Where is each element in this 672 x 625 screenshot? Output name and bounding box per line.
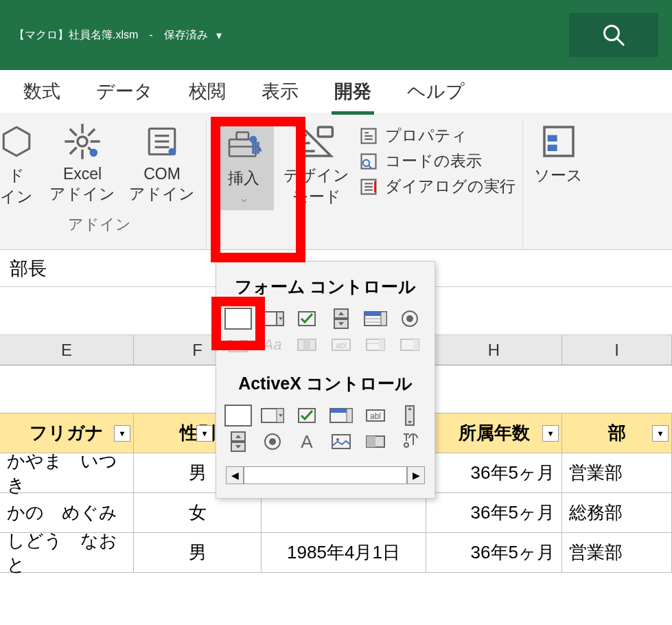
activex-more-control[interactable] [396,431,424,453]
ruler-triangle-icon [297,122,336,161]
tab-formulas[interactable]: 数式 [21,69,63,113]
filter-button[interactable]: ▾ [652,425,669,442]
form-groupbox-control[interactable] [224,334,252,356]
form-option-control[interactable] [396,308,424,330]
activex-combobox-control[interactable] [259,405,286,427]
svg-rect-41 [364,312,381,316]
svg-point-0 [605,26,619,41]
activex-button-control[interactable] [224,405,252,427]
view-code-button[interactable]: コードの表示 [359,150,515,172]
svg-rect-34 [547,145,557,151]
scroll-track[interactable] [244,466,407,484]
svg-rect-62 [330,409,347,413]
col-header-i[interactable]: I [562,335,672,365]
chevron-down-icon[interactable]: ▾ [216,29,222,42]
addins-button-partial[interactable]: ド イン [0,120,40,210]
form-combobox-control[interactable] [259,308,286,330]
svg-rect-50 [303,339,310,350]
scroll-right-button[interactable]: ▶ [407,466,425,484]
form-spinner-control[interactable] [327,308,355,330]
tab-help[interactable]: ヘルプ [404,69,467,113]
col-header-e[interactable]: E [0,335,134,365]
activex-listbox-control[interactable] [327,405,355,427]
filter-button[interactable]: ▾ [196,425,213,442]
insert-dropdown: フォーム コントロール Aa abl ActiveX コントロール abl A … [216,261,435,499]
activex-scrollbar-control[interactable] [396,405,424,427]
hexagon-icon [0,122,36,161]
tab-data[interactable]: データ [93,69,156,113]
scroll-left-button[interactable]: ◀ [226,466,244,484]
form-combo-list-control[interactable] [362,334,389,356]
form-button-control[interactable] [224,308,252,330]
col-header-h[interactable]: H [426,335,562,365]
chevron-down-icon: ⌵ [241,193,246,204]
filter-button[interactable]: ▾ [542,425,559,442]
tab-developer[interactable]: 開発 [332,69,374,113]
cell-tenure[interactable]: 36年5ヶ月 [426,533,562,572]
svg-text:abl: abl [370,411,381,421]
cell-dept[interactable]: 営業部 [562,533,672,572]
tab-review[interactable]: 校閲 [186,69,229,113]
table-row: かの めぐみ 女 36年5ヶ月 総務部 [0,493,672,533]
cell-dept[interactable]: 総務部 [562,493,672,532]
activex-textbox-control[interactable]: abl [362,405,389,427]
cell-furigana[interactable]: かやま いつき [0,453,134,492]
dropdown-scrollbar[interactable]: ◀ ▶ [216,462,435,491]
svg-rect-74 [367,436,375,447]
cell-tenure[interactable]: 36年5ヶ月 [426,453,562,492]
ribbon-tabs: 数式 データ 校閲 表示 開発 ヘルプ [0,70,672,113]
svg-rect-33 [547,135,557,141]
source-button[interactable]: ソース [530,120,587,189]
cell-date[interactable] [262,493,426,532]
svg-point-4 [90,149,98,157]
header-dept[interactable]: 部 ▾ [562,413,672,453]
filter-button[interactable]: ▾ [114,425,130,442]
insert-button[interactable]: 挿入 ⌵ [213,120,274,210]
tab-view[interactable]: 表示 [259,69,301,113]
form-textfield-control[interactable]: abl [327,334,355,356]
activex-option-control[interactable] [259,431,286,453]
svg-point-70 [269,438,276,445]
list-icon [143,122,181,161]
excel-addins-button[interactable]: Excel アドイン [45,120,119,210]
activex-image-control[interactable] [327,431,355,453]
file-title: 【マクロ】社員名簿.xlsm [14,28,138,43]
design-mode-button[interactable]: デザイン モード [279,120,354,210]
cell-furigana[interactable]: かの めぐみ [0,493,134,532]
cell-gender[interactable]: 男 [134,533,262,572]
svg-rect-11 [237,133,249,140]
activex-spinner-control[interactable] [224,431,252,453]
header-furigana[interactable]: フリガナ ▾ [0,413,134,453]
cell-date[interactable]: 1985年4月1日 [262,533,426,572]
cell-gender[interactable]: 女 [134,493,262,532]
svg-point-46 [406,315,413,322]
svg-rect-48 [232,338,240,343]
svg-point-9 [168,148,175,155]
run-dialog-button[interactable]: ダイアログの実行 [359,176,515,197]
form-checkbox-control[interactable] [293,308,321,330]
header-tenure[interactable]: 所属年数 ▾ [426,413,562,453]
activex-label-control[interactable]: A [293,431,321,453]
cell-dept[interactable]: 営業部 [562,453,672,492]
form-scrollbar-control[interactable] [293,334,321,356]
svg-rect-19 [318,127,332,137]
controls-group: 挿入 ⌵ デザイン モード プロパティ コードの表示 [207,120,523,249]
form-label-control[interactable]: Aa [259,334,286,356]
properties-button[interactable]: プロパティ [359,125,515,146]
form-listbox-control[interactable] [362,308,389,330]
svg-marker-2 [3,127,30,156]
form-dropdown-combo-control[interactable] [396,334,424,356]
svg-point-72 [336,438,339,441]
search-icon [601,23,626,47]
svg-point-3 [78,137,87,146]
addins-group-label: アドイン [68,210,131,239]
activex-toggle-control[interactable] [362,431,389,453]
com-addins-button[interactable]: COM アドイン [125,120,199,210]
svg-rect-63 [347,409,352,422]
svg-rect-55 [379,339,384,350]
search-box[interactable] [569,13,658,57]
svg-point-75 [404,443,408,447]
cell-tenure[interactable]: 36年5ヶ月 [426,493,562,532]
cell-furigana[interactable]: しどう なおと [0,533,134,572]
activex-checkbox-control[interactable] [293,405,321,427]
